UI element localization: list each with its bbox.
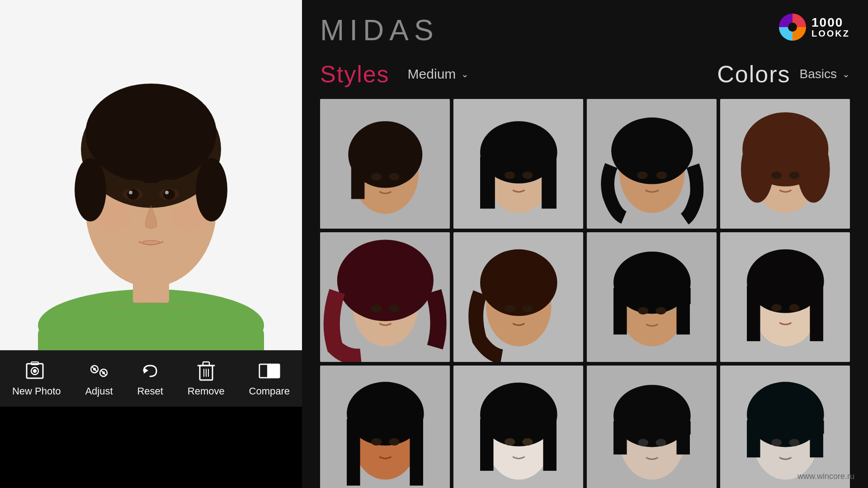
hairstyle-cell-4[interactable]	[720, 99, 850, 229]
svg-rect-73	[676, 290, 690, 334]
reset-button[interactable]: Reset	[137, 360, 163, 397]
logo-container: 1000 LOOKZ	[779, 14, 850, 41]
hairstyle-cell-6[interactable]	[453, 232, 583, 362]
svg-point-16	[129, 191, 132, 194]
svg-point-89	[389, 438, 400, 446]
reset-icon	[139, 360, 161, 382]
svg-rect-93	[480, 419, 494, 471]
svg-rect-72	[613, 290, 627, 334]
svg-rect-87	[410, 419, 423, 486]
logo-lookz: LOOKZ	[811, 29, 850, 38]
styles-dropdown-arrow: ⌄	[461, 69, 469, 80]
svg-point-104	[656, 439, 666, 446]
svg-point-75	[656, 307, 666, 314]
hairstyle-cell-7[interactable]	[587, 232, 717, 362]
svg-point-11	[196, 158, 227, 221]
reset-label: Reset	[137, 385, 163, 397]
logo-icon	[779, 14, 806, 41]
hairstyle-cell-5[interactable]	[320, 232, 450, 362]
new-photo-button[interactable]: New Photo	[12, 360, 61, 397]
svg-point-66	[505, 305, 515, 312]
svg-point-74	[638, 307, 648, 314]
person-svg	[0, 0, 302, 407]
colors-section: Colors Basics ⌄	[717, 61, 850, 88]
svg-point-57	[789, 172, 800, 179]
remove-button[interactable]: Remove	[188, 360, 225, 397]
adjust-button[interactable]: Adjust	[85, 360, 113, 397]
svg-point-95	[505, 438, 515, 446]
hairstyle-cell-3[interactable]	[587, 99, 717, 229]
svg-point-10	[75, 158, 106, 221]
svg-point-38	[389, 173, 400, 180]
compare-icon	[259, 360, 280, 382]
svg-rect-86	[347, 419, 360, 486]
svg-rect-80	[810, 286, 823, 341]
svg-marker-26	[144, 367, 148, 374]
svg-rect-32	[269, 365, 278, 377]
adjust-label: Adjust	[85, 385, 113, 397]
svg-point-65	[480, 249, 557, 316]
svg-rect-79	[747, 286, 760, 341]
svg-point-55	[797, 136, 830, 203]
watermark: www.wincore.ru	[797, 472, 854, 481]
svg-point-67	[523, 305, 533, 312]
svg-rect-42	[480, 157, 495, 209]
svg-rect-110	[810, 420, 823, 457]
svg-point-56	[771, 172, 782, 179]
hairstyle-cell-11[interactable]	[587, 366, 717, 488]
svg-point-45	[523, 172, 533, 179]
hairstyle-cell-8[interactable]	[720, 232, 850, 362]
svg-point-111	[771, 439, 782, 446]
svg-rect-94	[543, 419, 557, 471]
photo-panel: New Photo Adjust	[0, 0, 302, 407]
logo-number: 1000	[811, 16, 850, 29]
colors-label: Colors	[717, 61, 790, 88]
app-title: MIDAS	[320, 14, 439, 47]
controls-row: Styles Medium ⌄ Colors Basics ⌄	[320, 61, 850, 88]
remove-icon	[195, 360, 217, 382]
svg-point-48	[611, 117, 693, 184]
svg-point-103	[638, 439, 648, 446]
svg-point-20	[33, 369, 37, 373]
svg-point-9	[85, 84, 217, 183]
adjust-icon	[88, 360, 110, 382]
colors-dropdown-arrow: ⌄	[842, 69, 850, 80]
colors-dropdown[interactable]: Basics ⌄	[800, 67, 850, 81]
svg-point-14	[127, 189, 139, 200]
hairstyle-cell-12[interactable]	[720, 366, 850, 488]
app-header: MIDAS 1000 LOOKZ	[320, 14, 850, 47]
styles-label: Styles	[320, 61, 390, 88]
hairstyle-grid	[320, 99, 850, 488]
compare-label: Compare	[249, 385, 290, 397]
svg-point-60	[337, 239, 434, 321]
colors-dropdown-value: Basics	[800, 67, 837, 81]
svg-rect-28	[203, 362, 209, 366]
svg-point-15	[163, 189, 175, 200]
svg-point-44	[505, 172, 515, 179]
hairstyle-cell-1[interactable]	[320, 99, 450, 229]
new-photo-label: New Photo	[12, 385, 61, 397]
svg-point-82	[789, 304, 800, 311]
svg-point-50	[656, 172, 667, 179]
hairstyle-cell-9[interactable]	[320, 366, 450, 488]
svg-point-88	[371, 438, 382, 446]
svg-point-96	[523, 438, 533, 446]
svg-point-62	[389, 305, 400, 312]
svg-rect-102	[676, 421, 690, 455]
styles-dropdown[interactable]: Medium ⌄	[408, 66, 469, 82]
svg-point-49	[637, 172, 648, 179]
hairstyle-cell-2[interactable]	[453, 99, 583, 229]
svg-point-61	[371, 305, 382, 312]
svg-point-37	[371, 173, 382, 180]
hairstyle-cell-10[interactable]	[453, 366, 583, 488]
svg-rect-43	[542, 157, 557, 209]
svg-rect-101	[613, 421, 627, 455]
svg-point-112	[789, 439, 800, 446]
right-panel: MIDAS 1000 LOOKZ Styles Medium ⌄ Col	[302, 0, 868, 488]
svg-rect-109	[747, 420, 760, 457]
compare-button[interactable]: Compare	[249, 360, 290, 397]
person-preview	[0, 0, 302, 407]
logo-text: 1000 LOOKZ	[811, 16, 850, 38]
svg-point-17	[165, 191, 169, 194]
svg-point-81	[771, 304, 782, 311]
